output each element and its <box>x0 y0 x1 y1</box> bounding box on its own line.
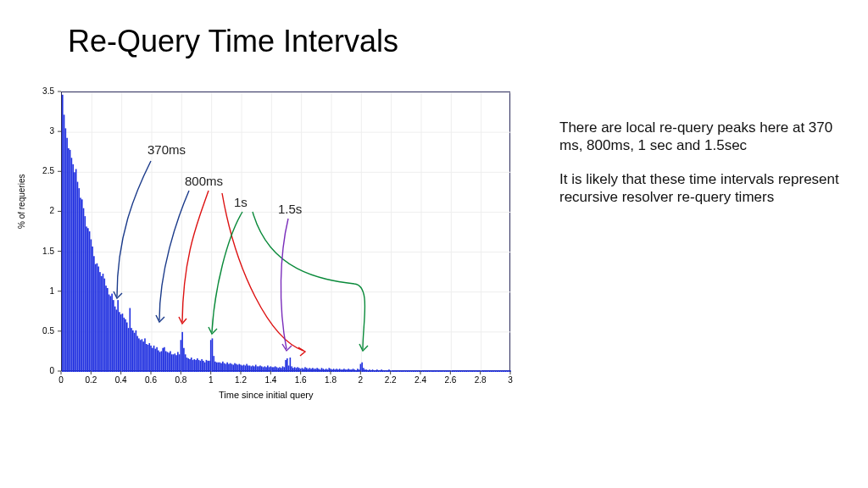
svg-text:2.6: 2.6 <box>444 375 456 385</box>
svg-rect-178 <box>292 368 294 372</box>
svg-rect-173 <box>285 360 287 372</box>
svg-rect-309 <box>489 370 491 372</box>
svg-rect-54 <box>107 288 108 372</box>
svg-rect-134 <box>226 363 228 372</box>
svg-text:2.2: 2.2 <box>385 375 397 385</box>
svg-rect-88 <box>158 351 159 372</box>
svg-rect-314 <box>496 370 498 372</box>
svg-rect-323 <box>509 370 511 372</box>
svg-rect-247 <box>396 370 398 372</box>
svg-rect-313 <box>495 370 497 372</box>
svg-rect-180 <box>296 368 298 372</box>
svg-rect-162 <box>269 367 270 372</box>
svg-rect-105 <box>183 348 185 372</box>
svg-rect-128 <box>218 363 220 372</box>
svg-rect-254 <box>406 370 408 372</box>
svg-rect-146 <box>245 365 247 372</box>
svg-rect-129 <box>220 363 221 372</box>
svg-rect-74 <box>136 336 138 372</box>
svg-rect-143 <box>240 365 242 372</box>
svg-text:0: 0 <box>49 366 54 375</box>
svg-rect-236 <box>380 370 381 372</box>
svg-rect-38 <box>83 208 85 372</box>
annotation-1-5s: 1.5s <box>278 202 302 216</box>
svg-rect-120 <box>206 360 208 372</box>
svg-rect-115 <box>198 360 200 372</box>
svg-rect-310 <box>490 370 492 372</box>
chart-container: 00.511.522.533.500.20.40.60.811.21.41.61… <box>15 85 524 441</box>
svg-rect-301 <box>476 370 478 372</box>
svg-rect-123 <box>210 340 212 372</box>
svg-rect-62 <box>119 312 120 372</box>
svg-rect-280 <box>445 370 447 372</box>
svg-rect-204 <box>331 369 333 372</box>
svg-rect-118 <box>203 361 204 372</box>
svg-text:1.2: 1.2 <box>235 375 247 385</box>
svg-rect-138 <box>232 365 234 372</box>
svg-rect-84 <box>152 348 153 372</box>
svg-rect-81 <box>147 345 149 372</box>
svg-rect-272 <box>433 370 435 372</box>
svg-rect-225 <box>363 368 364 372</box>
svg-rect-136 <box>230 363 231 372</box>
svg-rect-282 <box>448 370 450 372</box>
svg-rect-268 <box>427 370 429 372</box>
svg-rect-297 <box>470 370 472 372</box>
svg-rect-249 <box>399 370 401 372</box>
svg-rect-205 <box>333 369 335 372</box>
svg-rect-188 <box>308 369 309 372</box>
svg-rect-116 <box>200 361 202 372</box>
svg-rect-166 <box>275 366 276 372</box>
svg-rect-203 <box>330 369 331 372</box>
svg-rect-106 <box>185 354 186 372</box>
svg-rect-216 <box>349 369 351 372</box>
svg-rect-312 <box>493 370 495 372</box>
svg-text:1.5: 1.5 <box>42 247 54 256</box>
svg-rect-42 <box>89 231 91 372</box>
svg-text:2: 2 <box>359 375 364 385</box>
svg-rect-131 <box>222 362 224 372</box>
svg-rect-57 <box>111 294 113 372</box>
svg-rect-177 <box>291 366 292 372</box>
svg-rect-159 <box>264 366 266 372</box>
svg-rect-93 <box>165 351 167 372</box>
svg-rect-25 <box>64 114 65 372</box>
svg-rect-182 <box>298 368 300 372</box>
svg-rect-130 <box>220 363 222 372</box>
svg-rect-33 <box>75 169 77 372</box>
svg-rect-108 <box>187 358 189 372</box>
svg-rect-263 <box>420 370 421 372</box>
svg-rect-122 <box>209 361 210 372</box>
side-text: There are local re-query peaks here at 3… <box>559 119 839 221</box>
svg-text:3: 3 <box>508 375 513 385</box>
svg-rect-59 <box>114 307 116 372</box>
svg-rect-70 <box>131 328 132 372</box>
svg-rect-52 <box>103 279 105 372</box>
svg-rect-165 <box>273 367 275 372</box>
svg-rect-98 <box>173 354 175 372</box>
svg-rect-69 <box>130 308 131 372</box>
svg-rect-293 <box>465 370 466 372</box>
svg-rect-270 <box>431 370 432 372</box>
plot-frame <box>61 92 510 371</box>
svg-rect-144 <box>242 365 243 372</box>
svg-rect-304 <box>481 370 483 372</box>
svg-rect-75 <box>138 338 140 372</box>
svg-rect-40 <box>86 226 87 372</box>
svg-rect-24 <box>62 95 64 372</box>
svg-rect-292 <box>463 370 465 372</box>
svg-rect-283 <box>450 370 452 372</box>
x-axis-label: Time since initial query <box>219 390 313 400</box>
svg-rect-239 <box>384 370 386 372</box>
svg-rect-92 <box>164 347 165 372</box>
svg-text:1.4: 1.4 <box>264 375 276 385</box>
svg-rect-286 <box>454 370 456 372</box>
svg-rect-278 <box>442 370 444 372</box>
svg-text:1: 1 <box>49 286 54 296</box>
svg-text:2.8: 2.8 <box>475 375 487 385</box>
svg-rect-163 <box>270 366 272 372</box>
svg-rect-58 <box>113 300 114 372</box>
svg-rect-141 <box>237 365 239 372</box>
svg-rect-55 <box>108 295 110 372</box>
svg-rect-260 <box>415 370 417 372</box>
